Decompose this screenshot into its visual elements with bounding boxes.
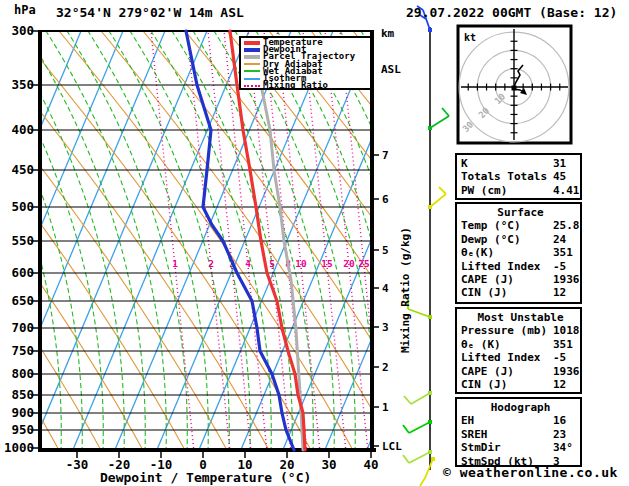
- wind-barb-dot: [428, 450, 432, 454]
- indices-row-value: 31: [553, 157, 566, 170]
- wind-barb-stroke: [409, 422, 430, 433]
- km-tick-label: 2: [382, 361, 389, 374]
- wind-barb: [403, 450, 432, 463]
- pressure-tick-label: 500: [11, 199, 34, 214]
- pressure-tick-label: 450: [11, 162, 34, 177]
- pressure-unit-label: hPa: [14, 3, 36, 17]
- wind-barb-dot: [428, 28, 432, 32]
- km-tick-label: 3: [382, 321, 389, 334]
- pressure-tick-label: 850: [11, 387, 34, 402]
- indices-row-value: 1936: [553, 273, 580, 286]
- mixing-ratio-value-label: 15: [321, 258, 333, 269]
- pressure-tick-label: 300: [11, 23, 34, 38]
- indices-row-value: 23: [553, 428, 566, 441]
- indices-row-label: CIN (J): [461, 378, 507, 391]
- plot-left-wall: [38, 31, 42, 452]
- indices-row-value: -5: [553, 351, 566, 364]
- indices-row-label: EH: [461, 414, 474, 427]
- indices-row-label: Dewp (°C): [461, 233, 521, 246]
- pressure-tick-label: 900: [11, 405, 34, 420]
- indices-row-label: Lifted Index: [461, 351, 540, 364]
- indices-row-label: CIN (J): [461, 286, 507, 299]
- indices-box-surface: SurfaceTemp (°C)25.8Dewp (°C)24θₑ(K)351L…: [455, 202, 582, 304]
- km-tick-label: 5: [382, 244, 389, 257]
- mixing-ratio-value-label: 25: [358, 258, 370, 269]
- pressure-tick-label: 400: [11, 122, 34, 137]
- mixing-ratio-value-label: 4: [245, 258, 251, 269]
- indices-row-label: SREH: [461, 428, 488, 441]
- run-datetime: 29.07.2022 00GMT (Base: 12): [406, 5, 617, 20]
- indices-row-label: θₑ (K): [461, 338, 501, 351]
- plot-bottom-axis: [38, 448, 376, 452]
- pressure-tick-label: 700: [11, 320, 34, 335]
- indices-row: CAPE (J)1936: [461, 273, 580, 286]
- wind-barb-stroke: [442, 108, 449, 116]
- pressure-tick-label: 650: [11, 293, 34, 308]
- mixing-ratio-value-label: 2: [208, 258, 214, 269]
- copyright-footer: © weatheronline.co.uk: [443, 465, 618, 480]
- km-tick-label: 7: [382, 149, 389, 162]
- indices-row-value: 1936: [553, 365, 580, 378]
- wind-barb-stroke: [404, 396, 411, 404]
- indices-row-value: 351: [553, 246, 573, 259]
- indices-row: EH16: [461, 414, 580, 427]
- indices-row: Pressure (mb)1018: [461, 324, 580, 337]
- indices-row: Temp (°C)25.8: [461, 219, 580, 232]
- wind-barb-stroke: [430, 116, 449, 128]
- indices-box-hodograph: HodographEH16SREH23StmDir34°StmSpd (kt)3: [455, 397, 582, 467]
- indices-row-label: PW (cm): [461, 184, 507, 197]
- pressure-tick-label: 1000: [4, 440, 34, 455]
- pressure-tick-label: 750: [11, 343, 34, 358]
- indices-row-value: 351: [553, 338, 573, 351]
- wind-barb-dot: [428, 315, 432, 319]
- indices-row-value: 12: [553, 378, 566, 391]
- wind-barb: [404, 391, 432, 404]
- wind-barb-stroke: [403, 455, 409, 463]
- indices-row-label: Totals Totals: [461, 170, 547, 183]
- legend-item: Mixing Ratio: [243, 82, 370, 89]
- wind-barb: [403, 420, 432, 433]
- pressure-tick-label: 800: [11, 366, 34, 381]
- indices-box-most-unstable: Most UnstablePressure (mb)1018θₑ (K)351L…: [455, 307, 582, 394]
- legend-swatch-dewpoint: [244, 48, 260, 52]
- lcl-label: LCL: [382, 440, 402, 453]
- indices-row-value: 25.8: [553, 219, 580, 232]
- mixing-ratio-value-label: 20: [343, 258, 355, 269]
- indices-row: StmDir34°: [461, 441, 580, 454]
- pressure-tick-label: 600: [11, 265, 34, 280]
- wind-barb-stroke: [411, 393, 430, 404]
- indices-row-value: 34°: [553, 441, 573, 454]
- pressure-tick-label: 950: [11, 422, 34, 437]
- indices-row: CIN (J)12: [461, 286, 580, 299]
- km-tick-label: 4: [382, 282, 389, 295]
- indices-row: SREH23: [461, 428, 580, 441]
- mixing-ratio-value-label: 10: [295, 258, 307, 269]
- indices-row-label: Pressure (mb): [461, 324, 547, 337]
- indices-row-label: K: [461, 157, 468, 170]
- wind-barb-stroke: [430, 194, 446, 207]
- legend-swatch-wet-adiabat: [244, 70, 260, 72]
- wind-barb-dot: [428, 391, 432, 395]
- indices-row-label: StmDir: [461, 441, 501, 454]
- indices-row: Dewp (°C)24: [461, 233, 580, 246]
- indices-row-label: Temp (°C): [461, 219, 521, 232]
- wind-barb-stroke: [420, 459, 433, 486]
- legend-label: Mixing Ratio: [263, 82, 328, 89]
- wind-barb-dot: [431, 457, 435, 461]
- indices-row: Lifted Index-5: [461, 351, 580, 364]
- indices-row: K31: [461, 157, 580, 170]
- altitude-unit-asl: ASL: [381, 64, 408, 76]
- legend-swatch-temperature: [244, 41, 260, 45]
- wind-barb-dot: [428, 126, 432, 130]
- indices-row-label: Lifted Index: [461, 260, 540, 273]
- skewt-sounding-diagram: 3003504004505005506006507007508008509009…: [0, 0, 629, 486]
- mixing-ratio-axis-title: Mixing Ratio (g/kg): [399, 203, 412, 353]
- indices-row-value: 12: [553, 286, 566, 299]
- indices-box-header: Surface: [461, 206, 580, 219]
- hodograph: 102030kt: [458, 26, 571, 143]
- indices-row-value: 24: [553, 233, 566, 246]
- wind-barb-stroke: [439, 187, 446, 194]
- indices-row-label: CAPE (J): [461, 365, 514, 378]
- wind-barb-dot: [428, 420, 432, 424]
- hodograph-unit-label: kt: [464, 32, 476, 43]
